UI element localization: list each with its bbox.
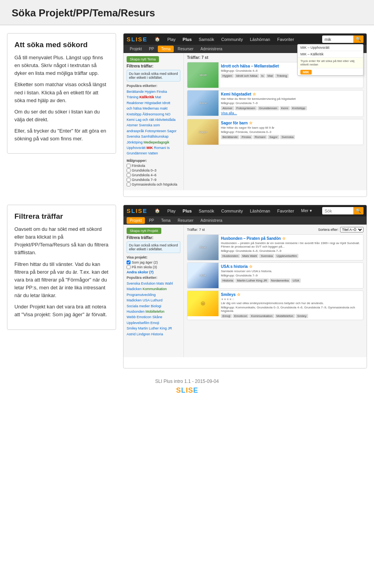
rtag-1-3[interactable]: Is	[260, 74, 265, 78]
tag-hogstadiet[interactable]: Högstadiet	[145, 101, 162, 105]
search-button-1[interactable]: 🔍	[353, 35, 363, 43]
rtag-2-4[interactable]: Kemi	[280, 106, 290, 110]
tag-romani[interactable]: Romani Is	[154, 146, 170, 150]
subnav-resurser-1[interactable]: Resurser	[175, 46, 197, 52]
tag2-madicken2[interactable]: Madicken	[127, 298, 143, 302]
tag-reaktioner[interactable]: Reaktioner	[127, 101, 145, 105]
tag-lag[interactable]: Lag och rätt	[136, 118, 155, 122]
tag-hygien[interactable]: Hygien	[145, 90, 157, 94]
subnav-projekt-1[interactable]: Projekt	[127, 46, 145, 52]
rtag-3-3[interactable]: Romani	[253, 135, 267, 139]
rtag-3-5[interactable]: Svenska	[280, 135, 295, 139]
tag2-madicken[interactable]: Madicken	[127, 287, 143, 291]
tag-halsa[interactable]: och hälsa	[127, 106, 143, 110]
group-forskola[interactable]: Förskola	[127, 164, 180, 168]
tag2-husbonden[interactable]: Husbonden	[127, 310, 146, 313]
nav2-mer[interactable]: Mer ▾	[298, 207, 316, 215]
subnav-tema-1[interactable]: Tema	[158, 46, 173, 52]
r2tag-3-5[interactable]: Smiley	[296, 314, 308, 318]
subnav-administrera-1[interactable]: Administrera	[198, 46, 226, 52]
subnav2-projekt[interactable]: Projekt	[127, 217, 145, 224]
nav-community[interactable]: Community	[218, 35, 247, 43]
r2tag-1-3[interactable]: Svenska	[259, 254, 274, 258]
nav2-play[interactable]: Play	[164, 207, 179, 215]
tag2-sociala[interactable]: Sociala medier	[127, 304, 151, 308]
result2-card-3[interactable]: 😊 Smileys ☆ ★★★★☆ Lär dig om vad olika s…	[187, 290, 363, 320]
result-card-3[interactable]: Sagor Sagor för barn ☆ Här hittar du sag…	[187, 119, 363, 145]
result2-card-2[interactable]: USA USA:s historia ☆ Samlade resurser om…	[187, 262, 363, 289]
sort-select-2[interactable]: Titel A–Ö Titel Ö–A Datum	[340, 227, 363, 232]
tag-sagor[interactable]: Sagor	[167, 129, 176, 133]
group-79[interactable]: Grundskola 7–9	[127, 178, 180, 182]
tag-fotosyntesen[interactable]: Fotosyntesen	[145, 129, 168, 133]
tag2-usa[interactable]: USA Luthurd	[143, 298, 162, 302]
tag2-emoticon[interactable]: Emoticon	[137, 315, 152, 319]
nav-samsok[interactable]: Samsök	[195, 35, 218, 43]
r2tag-2-3[interactable]: Nordamerika	[270, 278, 291, 283]
subnav2-administrera[interactable]: Administrera	[198, 217, 226, 224]
nav-play[interactable]: Play	[164, 35, 179, 43]
create-btn-1[interactable]: Skapa nytt Tema	[127, 56, 159, 62]
tag2-biologi[interactable]: Biologi	[151, 304, 161, 308]
tag-kallkritik[interactable]: Källkritik	[139, 95, 155, 99]
tag-aktivitetslada[interactable]: Aktivitetslåda	[155, 118, 176, 122]
group-gym[interactable]: Gymnasieskola och högskola	[127, 182, 180, 186]
r2tag-1-2[interactable]: Mats Wahl	[241, 254, 259, 258]
result2-title-1[interactable]: Husbonden – Piraten på Sandön ☆	[221, 236, 361, 241]
tag-mik[interactable]: MIK	[146, 146, 154, 150]
tag-traning[interactable]: Träning	[127, 95, 139, 99]
tag-andrasprak[interactable]: andraspråk	[127, 129, 145, 133]
r2tag-1-4[interactable]: Upplevelsefilm	[275, 254, 298, 258]
nav2-plus[interactable]: Plus	[179, 207, 195, 215]
tag-kretslopp[interactable]: Kretslöpp	[127, 112, 143, 116]
rtag-2-2[interactable]: Fotosyntesen	[235, 106, 257, 110]
nav-favoriter[interactable]: Favoriter	[273, 35, 297, 43]
rtag-2-5[interactable]: Kretslöpp	[291, 106, 307, 110]
create-btn-2[interactable]: Skapa nytt Projekt	[127, 228, 161, 234]
rtag-1-4[interactable]: Mat	[266, 74, 274, 78]
result-title-3[interactable]: Sagor för barn ☆	[221, 121, 361, 125]
r2tag-2-1[interactable]: Historia	[221, 278, 235, 283]
r2tag-3-4[interactable]: Mobiltelefon	[275, 314, 295, 318]
tag-samhallskunskap[interactable]: Samhällskunskap	[141, 135, 169, 138]
r2tag-3-2[interactable]: Emoticon	[233, 314, 249, 318]
tag-kemi[interactable]: Kemi	[127, 118, 136, 122]
nav-plus[interactable]: Plus	[179, 35, 195, 43]
rtag-3-2[interactable]: Finska	[240, 135, 252, 139]
tag2-historia[interactable]: Historia	[151, 332, 163, 336]
rtag-1-5[interactable]: Träning	[275, 74, 289, 78]
tag2-programutveckling[interactable]: Programutveckling	[127, 293, 156, 297]
tag2-skane[interactable]: Skåne	[152, 315, 162, 319]
tag-jonkoping[interactable]: Jönköping	[127, 140, 144, 144]
group-03[interactable]: Grundskola 0–3	[127, 168, 180, 172]
tag-mediernas[interactable]: Mediernas makt	[143, 106, 168, 110]
rtag-1-2[interactable]: Idrott och hälsa	[235, 74, 259, 78]
dropdown-item-1[interactable]: MIK – Upphovsrätt	[298, 44, 363, 51]
tag2-astrid[interactable]: Astrid Lindgren	[127, 332, 151, 336]
tag2-upplevelsefilm[interactable]: Upplevelsefilm	[127, 321, 150, 325]
result2-title-3[interactable]: Smileys ☆	[221, 292, 361, 297]
r2tag-3-1[interactable]: Emoji	[221, 314, 232, 318]
visa-alla-2[interactable]: Visa alla...	[221, 111, 361, 115]
active-tag[interactable]: MIK	[300, 70, 312, 74]
rtag-2-1[interactable]: Atomer	[221, 106, 234, 110]
visa-pa-min-skola[interactable]: På min skola (3)	[127, 265, 180, 269]
visa-som-jag-ager[interactable]: Som jag äger (2)	[127, 260, 180, 264]
group-46[interactable]: Grundskola 4–6	[127, 173, 180, 177]
rtag-3-4[interactable]: Sagor	[268, 135, 279, 139]
tag-idrott[interactable]: Idrott	[162, 101, 171, 105]
rtag-2-3[interactable]: Grundämnen	[258, 106, 279, 110]
result-title-2[interactable]: Kemi högstadiet ☆	[221, 92, 361, 96]
andra-skolor[interactable]: Andra skolor (7)	[127, 270, 180, 274]
tag2-svenska[interactable]: Svenska	[127, 282, 141, 285]
tag-berattande[interactable]: Berättande	[127, 90, 145, 94]
subnav2-pp[interactable]: PP	[146, 217, 157, 224]
tag-mediepedagogik[interactable]: Mediepedagogik	[144, 140, 169, 144]
tag-finska[interactable]: Finska	[157, 90, 167, 94]
nav2-samsok[interactable]: Samsök	[195, 207, 218, 215]
nav2-lashornan[interactable]: Läshörnan	[246, 207, 273, 215]
nav2-home[interactable]: 🏠	[151, 207, 164, 215]
rtag-3-1[interactable]: Berättande	[221, 135, 239, 139]
search-button-2[interactable]: 🔍	[353, 207, 363, 214]
nav2-favoriter[interactable]: Favoriter	[273, 207, 297, 215]
